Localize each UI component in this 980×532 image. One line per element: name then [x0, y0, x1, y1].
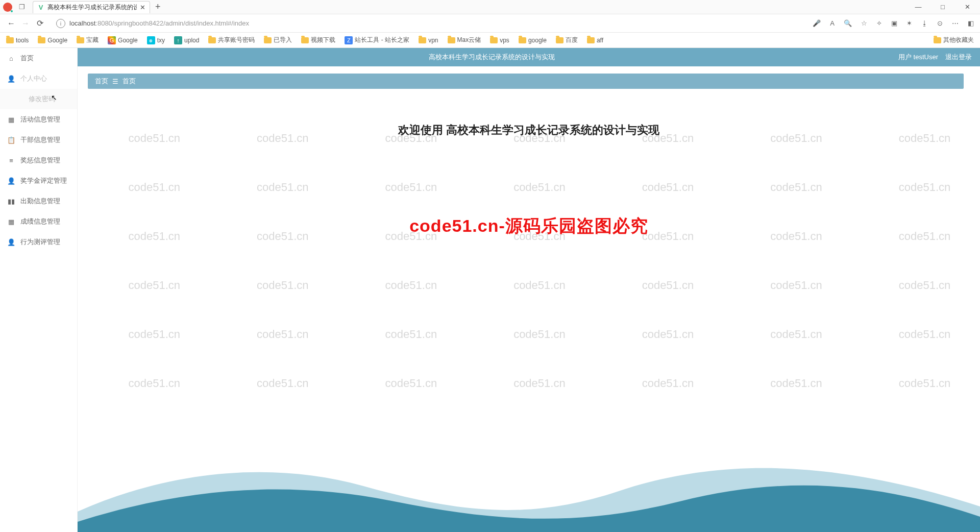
bookmarks-bar: tools Google 宝藏 GGoogle ⎈txy ↑uplod 共享账号… — [0, 33, 980, 48]
bookmark-txy[interactable]: ⎈txy — [147, 36, 165, 44]
bars-icon: ▮▮ — [7, 198, 15, 205]
addressbar-actions: 🎤 A 🔍 ☆ ✧ ▣ ✶ ⭳ ⊙ ⋯ ◧ — [813, 19, 976, 27]
voice-search-icon[interactable]: 🎤 — [813, 19, 821, 27]
titlebar: ❐ V 高校本科生学习成长记录系统的设… ✕ + — □ ✕ — [0, 0, 980, 14]
user-label[interactable]: 用户 testUser — [898, 53, 938, 62]
url-box[interactable]: i localhost:8080/springbooth8422/admin/d… — [52, 16, 807, 31]
sidebar-item-change-password[interactable]: 修改密码 — [0, 89, 77, 109]
bookmark-imported[interactable]: 已导入 — [264, 36, 292, 44]
site-info-icon[interactable]: i — [56, 19, 65, 28]
new-tab-button[interactable]: + — [155, 2, 161, 12]
msg-icon[interactable]: ▣ — [891, 19, 897, 27]
sidebar-item-grades[interactable]: ▦成绩信息管理 — [0, 211, 77, 232]
app-title: 高校本科生学习成长记录系统的设计与实现 — [429, 53, 555, 62]
sidebar-item-reward[interactable]: ≡奖惩信息管理 — [0, 150, 77, 171]
crumb-current: 首页 — [122, 77, 136, 86]
browser-tab[interactable]: V 高校本科生学习成长记录系统的设… ✕ — [33, 1, 150, 13]
app-icon[interactable]: ⊙ — [937, 19, 943, 27]
bookmark-baidu[interactable]: 百度 — [556, 36, 578, 44]
window-maximize-button[interactable]: □ — [936, 3, 949, 11]
bookmark-shared-pwd[interactable]: 共享账号密码 — [208, 36, 255, 44]
nav-reload-button[interactable]: ⟳ — [33, 18, 47, 28]
bookmark-video-dl[interactable]: 视频下载 — [301, 36, 335, 44]
addressbar: ← → ⟳ i localhost:8080/springbooth8422/a… — [0, 14, 980, 33]
sidebar: ⌂首页 👤个人中心 修改密码 ▦活动信息管理 📋干部信息管理 ≡奖惩信息管理 👤… — [0, 48, 78, 532]
list-icon: ≡ — [7, 157, 15, 164]
bookmark-baozang[interactable]: 宝藏 — [77, 36, 99, 44]
tab-close-icon[interactable]: ✕ — [140, 4, 145, 11]
bookmark-uplod[interactable]: ↑uplod — [174, 36, 199, 44]
bookmark-google-link[interactable]: GGoogle — [108, 36, 138, 44]
sidebar-item-attendance[interactable]: ▮▮出勤信息管理 — [0, 191, 77, 211]
favorite-icon[interactable]: ☆ — [861, 19, 867, 27]
bookmark-vpn[interactable]: vpn — [419, 37, 438, 44]
content-area: 欢迎使用 高校本科生学习成长记录系统的设计与实现 code51.cn-源码乐园盗… — [78, 94, 980, 532]
more-icon[interactable]: ⋯ — [952, 19, 959, 27]
window-close-button[interactable]: ✕ — [961, 3, 974, 11]
sidebar-item-cadre[interactable]: 📋干部信息管理 — [0, 130, 77, 150]
sidebar-item-home[interactable]: ⌂首页 — [0, 48, 77, 68]
zoom-icon[interactable]: 🔍 — [844, 19, 852, 27]
sidebar-item-activity[interactable]: ▦活动信息管理 — [0, 109, 77, 130]
collections-icon[interactable]: ✧ — [876, 19, 882, 27]
url-text: localhost:8080/springbooth8422/admin/dis… — [69, 19, 249, 27]
bookmark-tools[interactable]: tools — [6, 37, 29, 44]
extensions-icon[interactable]: ✶ — [906, 19, 912, 27]
downloads-icon[interactable]: ⭳ — [921, 19, 928, 27]
breadcrumb: 首页 ☰ 首页 — [88, 74, 964, 89]
bookmark-aff[interactable]: aff — [587, 37, 603, 44]
sidebar-item-behavior[interactable]: 👤行为测评管理 — [0, 232, 77, 252]
topbar: 高校本科生学习成长记录系统的设计与实现 用户 testUser 退出登录 — [78, 48, 980, 66]
bookmark-google-folder[interactable]: Google — [38, 37, 67, 44]
logout-link[interactable]: 退出登录 — [945, 53, 972, 62]
tab-favicon-icon: V — [37, 4, 44, 11]
clipboard-icon: 📋 — [7, 136, 15, 144]
app-root: code51.cncode51.cncode51.cncode51.cncode… — [0, 48, 980, 532]
crumb-root[interactable]: 首页 — [95, 77, 108, 86]
tab-title: 高校本科生学习成长记录系统的设… — [47, 3, 137, 12]
nav-forward-button: → — [18, 19, 33, 28]
bookmark-vps[interactable]: vps — [490, 37, 509, 44]
nav-back-button[interactable]: ← — [4, 19, 18, 28]
window-controls: — □ ✕ — [912, 3, 977, 11]
tabs-overview-icon[interactable]: ❐ — [17, 3, 27, 12]
window-minimize-button[interactable]: — — [912, 3, 925, 11]
grid-icon: ▦ — [7, 116, 15, 124]
sidebarpane-icon[interactable]: ◧ — [968, 19, 974, 27]
sidebar-item-personal[interactable]: 👤个人中心 — [0, 68, 77, 89]
bookmark-google-folder2[interactable]: google — [519, 37, 547, 44]
bookmark-other[interactable]: 其他收藏夹 — [934, 36, 974, 44]
sidebar-item-scholarship[interactable]: 👤奖学金评定管理 — [0, 171, 77, 191]
grid2-icon: ▦ — [7, 218, 15, 226]
anti-theft-notice: code51.cn-源码乐园盗图必究 — [78, 214, 980, 238]
home-icon: ⌂ — [7, 55, 15, 62]
footer-wave-decoration — [78, 450, 980, 532]
welcome-heading: 欢迎使用 高校本科生学习成长记录系统的设计与实现 — [78, 123, 980, 138]
reader-icon[interactable]: A — [830, 19, 835, 27]
bookmark-maxcloud[interactable]: Max云储 — [448, 36, 481, 44]
user-icon: 👤 — [7, 75, 15, 83]
bookmark-zhanzhang[interactable]: Z站长工具 - 站长之家 — [345, 36, 409, 44]
profile-avatar-icon[interactable] — [3, 3, 12, 12]
crumb-sep-icon: ☰ — [112, 78, 118, 85]
user2-icon: 👤 — [7, 177, 15, 185]
user3-icon: 👤 — [7, 238, 15, 246]
